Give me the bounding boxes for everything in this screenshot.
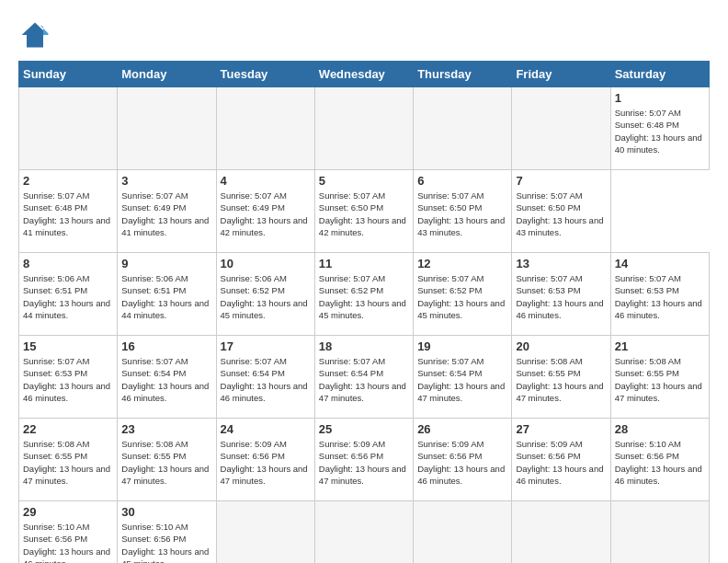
day-info: Sunrise: 5:07 AMSunset: 6:54 PMDaylight:…	[221, 355, 311, 404]
day-number: 18	[319, 339, 409, 353]
day-info: Sunrise: 5:07 AMSunset: 6:54 PMDaylight:…	[417, 355, 507, 404]
calendar-day-24: 24 Sunrise: 5:09 AMSunset: 6:56 PMDaylig…	[216, 419, 314, 501]
day-info: Sunrise: 5:07 AMSunset: 6:48 PMDaylight:…	[615, 107, 705, 155]
calendar-week-4: 22 Sunrise: 5:08 AMSunset: 6:55 PMDaylig…	[19, 419, 710, 501]
empty-cell	[512, 87, 610, 170]
calendar-day-7: 7 Sunrise: 5:07 AMSunset: 6:50 PMDayligh…	[512, 170, 610, 253]
day-number: 13	[516, 257, 606, 270]
day-header-wednesday: Wednesday	[314, 62, 413, 87]
calendar-day-2: 2 Sunrise: 5:07 AMSunset: 6:48 PMDayligh…	[19, 170, 118, 253]
day-number: 20	[516, 339, 606, 353]
day-info: Sunrise: 5:06 AMSunset: 6:52 PMDaylight:…	[221, 272, 311, 321]
day-info: Sunrise: 5:07 AMSunset: 6:49 PMDaylight:…	[221, 190, 311, 238]
page-header	[18, 18, 710, 52]
empty-cell	[414, 501, 512, 564]
day-header-friday: Friday	[512, 62, 610, 87]
day-number: 10	[221, 257, 311, 270]
day-info: Sunrise: 5:08 AMSunset: 6:55 PMDaylight:…	[121, 438, 211, 487]
logo	[18, 18, 55, 52]
day-number: 8	[23, 257, 113, 270]
day-number: 1	[615, 91, 705, 105]
empty-cell	[414, 87, 512, 170]
calendar-day-21: 21 Sunrise: 5:08 AMSunset: 6:55 PMDaylig…	[610, 336, 709, 419]
day-number: 30	[121, 505, 211, 519]
calendar-body: 1 Sunrise: 5:07 AMSunset: 6:48 PMDayligh…	[19, 87, 710, 564]
calendar-week-3: 15 Sunrise: 5:07 AMSunset: 6:53 PMDaylig…	[19, 336, 710, 419]
calendar-day-16: 16 Sunrise: 5:07 AMSunset: 6:54 PMDaylig…	[118, 336, 216, 419]
empty-cell	[216, 501, 314, 564]
day-info: Sunrise: 5:07 AMSunset: 6:50 PMDaylight:…	[417, 190, 507, 238]
day-number: 12	[417, 257, 507, 270]
day-number: 24	[221, 422, 311, 436]
day-info: Sunrise: 5:08 AMSunset: 6:55 PMDaylight:…	[615, 355, 705, 404]
day-header-tuesday: Tuesday	[216, 62, 314, 87]
calendar-day-15: 15 Sunrise: 5:07 AMSunset: 6:53 PMDaylig…	[19, 336, 118, 419]
empty-cell	[19, 87, 118, 170]
calendar-day-10: 10 Sunrise: 5:06 AMSunset: 6:52 PMDaylig…	[216, 253, 314, 336]
calendar-week-5: 29 Sunrise: 5:10 AMSunset: 6:56 PMDaylig…	[19, 501, 710, 564]
empty-cell	[216, 87, 314, 170]
day-number: 29	[23, 505, 113, 519]
day-number: 22	[23, 422, 113, 436]
day-info: Sunrise: 5:06 AMSunset: 6:51 PMDaylight:…	[121, 272, 211, 321]
day-number: 4	[221, 174, 311, 188]
day-info: Sunrise: 5:09 AMSunset: 6:56 PMDaylight:…	[417, 438, 507, 487]
calendar-day-4: 4 Sunrise: 5:07 AMSunset: 6:49 PMDayligh…	[216, 170, 314, 253]
day-number: 21	[615, 339, 705, 353]
day-info: Sunrise: 5:07 AMSunset: 6:53 PMDaylight:…	[516, 272, 606, 321]
calendar-day-14: 14 Sunrise: 5:07 AMSunset: 6:53 PMDaylig…	[610, 253, 709, 336]
day-number: 5	[319, 174, 409, 188]
day-info: Sunrise: 5:08 AMSunset: 6:55 PMDaylight:…	[23, 438, 113, 487]
day-info: Sunrise: 5:09 AMSunset: 6:56 PMDaylight:…	[221, 438, 311, 487]
day-info: Sunrise: 5:07 AMSunset: 6:52 PMDaylight:…	[417, 272, 507, 321]
calendar-day-5: 5 Sunrise: 5:07 AMSunset: 6:50 PMDayligh…	[314, 170, 413, 253]
day-info: Sunrise: 5:10 AMSunset: 6:56 PMDaylight:…	[615, 438, 705, 487]
calendar-day-29: 29 Sunrise: 5:10 AMSunset: 6:56 PMDaylig…	[19, 501, 118, 564]
day-header-saturday: Saturday	[610, 62, 709, 87]
day-number: 3	[121, 174, 211, 188]
calendar-day-19: 19 Sunrise: 5:07 AMSunset: 6:54 PMDaylig…	[414, 336, 512, 419]
calendar-day-3: 3 Sunrise: 5:07 AMSunset: 6:49 PMDayligh…	[118, 170, 216, 253]
day-info: Sunrise: 5:10 AMSunset: 6:56 PMDaylight:…	[23, 521, 113, 563]
empty-cell	[512, 501, 610, 564]
day-number: 16	[121, 339, 211, 353]
day-number: 23	[121, 422, 211, 436]
day-number: 2	[23, 174, 113, 188]
calendar-day-8: 8 Sunrise: 5:06 AMSunset: 6:51 PMDayligh…	[19, 253, 118, 336]
day-info: Sunrise: 5:07 AMSunset: 6:52 PMDaylight:…	[319, 272, 409, 321]
calendar-day-1: 1 Sunrise: 5:07 AMSunset: 6:48 PMDayligh…	[610, 87, 709, 170]
day-info: Sunrise: 5:07 AMSunset: 6:54 PMDaylight:…	[121, 355, 211, 404]
empty-cell	[118, 87, 216, 170]
calendar-day-6: 6 Sunrise: 5:07 AMSunset: 6:50 PMDayligh…	[414, 170, 512, 253]
day-header-monday: Monday	[118, 62, 216, 87]
day-number: 14	[615, 257, 705, 270]
calendar-header-row: SundayMondayTuesdayWednesdayThursdayFrid…	[19, 62, 710, 87]
day-number: 15	[23, 339, 113, 353]
calendar-day-20: 20 Sunrise: 5:08 AMSunset: 6:55 PMDaylig…	[512, 336, 610, 419]
calendar-day-22: 22 Sunrise: 5:08 AMSunset: 6:55 PMDaylig…	[19, 419, 118, 501]
calendar-day-11: 11 Sunrise: 5:07 AMSunset: 6:52 PMDaylig…	[314, 253, 413, 336]
empty-cell	[610, 501, 709, 564]
day-number: 26	[417, 422, 507, 436]
day-info: Sunrise: 5:07 AMSunset: 6:49 PMDaylight:…	[121, 190, 211, 238]
calendar-week-1: 2 Sunrise: 5:07 AMSunset: 6:48 PMDayligh…	[19, 170, 710, 253]
day-number: 27	[516, 422, 606, 436]
day-number: 11	[319, 257, 409, 270]
day-info: Sunrise: 5:07 AMSunset: 6:50 PMDaylight:…	[516, 190, 606, 238]
calendar-day-25: 25 Sunrise: 5:09 AMSunset: 6:56 PMDaylig…	[314, 419, 413, 501]
calendar-day-12: 12 Sunrise: 5:07 AMSunset: 6:52 PMDaylig…	[414, 253, 512, 336]
day-number: 6	[417, 174, 507, 188]
day-number: 9	[121, 257, 211, 270]
calendar-day-13: 13 Sunrise: 5:07 AMSunset: 6:53 PMDaylig…	[512, 253, 610, 336]
calendar-day-23: 23 Sunrise: 5:08 AMSunset: 6:55 PMDaylig…	[118, 419, 216, 501]
day-number: 7	[516, 174, 606, 188]
logo-icon	[18, 18, 51, 52]
day-number: 19	[417, 339, 507, 353]
calendar-week-0: 1 Sunrise: 5:07 AMSunset: 6:48 PMDayligh…	[19, 87, 710, 170]
calendar-table: SundayMondayTuesdayWednesdayThursdayFrid…	[18, 61, 710, 563]
calendar-day-30: 30 Sunrise: 5:10 AMSunset: 6:56 PMDaylig…	[118, 501, 216, 564]
calendar-week-2: 8 Sunrise: 5:06 AMSunset: 6:51 PMDayligh…	[19, 253, 710, 336]
calendar-day-18: 18 Sunrise: 5:07 AMSunset: 6:54 PMDaylig…	[314, 336, 413, 419]
day-info: Sunrise: 5:10 AMSunset: 6:56 PMDaylight:…	[121, 521, 211, 563]
calendar-day-26: 26 Sunrise: 5:09 AMSunset: 6:56 PMDaylig…	[414, 419, 512, 501]
